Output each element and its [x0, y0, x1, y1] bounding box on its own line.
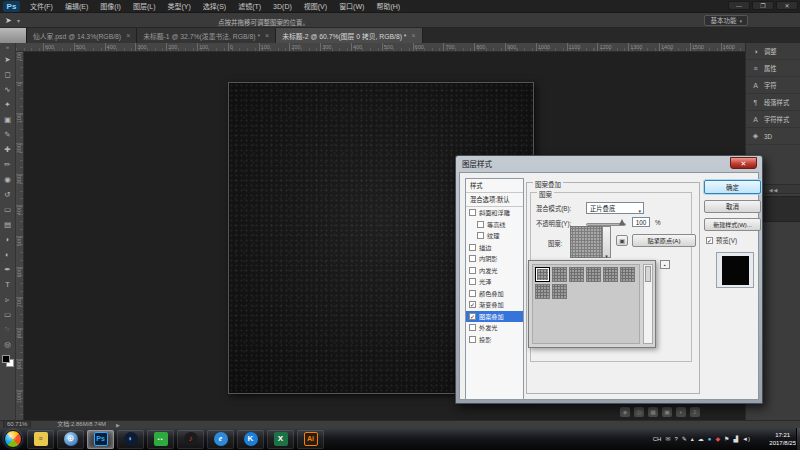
gradient-tool-icon[interactable]: ▤ [0, 217, 16, 232]
move-tool-icon[interactable]: ➤ [5, 16, 12, 25]
taskbar-app-excel[interactable]: X [267, 430, 294, 449]
effect-row-0[interactable]: 斜面和浮雕 [466, 207, 523, 219]
show-desktop-button[interactable] [796, 428, 800, 450]
effect-row-1[interactable]: 等高线 [466, 219, 523, 231]
dock-item-2[interactable]: A字符 [746, 77, 800, 94]
blending-options-item[interactable]: 混合选项:默认 [466, 193, 523, 206]
effect-checkbox[interactable] [469, 209, 476, 216]
styles-header[interactable]: 样式 [466, 179, 523, 192]
effect-checkbox[interactable] [469, 267, 476, 274]
opacity-input[interactable]: 100 [632, 217, 650, 227]
eyedropper-tool-icon[interactable]: ✎ [0, 127, 16, 142]
effect-checkbox[interactable] [469, 244, 476, 251]
crop-tool-icon[interactable]: ▣ [0, 112, 16, 127]
snap-to-origin-button[interactable]: 贴紧原点(A) [632, 234, 696, 247]
effect-checkbox[interactable] [469, 278, 476, 285]
taskbar-app-browser-globe[interactable]: ⊕ [57, 430, 84, 449]
quick-select-tool-icon[interactable]: ✦ [0, 97, 16, 112]
heal-tool-icon[interactable]: ✚ [0, 142, 16, 157]
opacity-slider-thumb[interactable] [619, 219, 625, 225]
effect-row-2[interactable]: 纹理 [466, 230, 523, 242]
mini-dock-icon-2[interactable]: ▦ [648, 407, 658, 417]
effect-checkbox[interactable]: ✓ [469, 313, 476, 320]
workspace-switcher[interactable]: 基本功能▾ [704, 15, 748, 26]
effect-checkbox[interactable] [469, 290, 476, 297]
effect-checkbox[interactable] [469, 324, 476, 331]
new-pattern-preset-button[interactable]: ▣ [616, 235, 628, 246]
effect-checkbox[interactable]: ✓ [469, 301, 476, 308]
dodge-tool-icon[interactable]: ◐ [0, 247, 16, 262]
blend-mode-select[interactable]: 正片叠底 ▾ [586, 202, 644, 214]
help-icon[interactable]: ? [674, 435, 677, 443]
pattern-picker-arrow-icon[interactable]: ▾ [602, 226, 611, 258]
effect-row-11[interactable]: 投影 [466, 334, 523, 346]
dock-item-4[interactable]: A字符样式 [746, 111, 800, 128]
effect-checkbox[interactable] [477, 232, 484, 239]
network-icon[interactable]: ▟ [733, 435, 738, 443]
pattern-swatch-5[interactable] [620, 267, 635, 282]
marquee-tool-icon[interactable]: ◻ [0, 67, 16, 82]
menu-item-10[interactable]: 帮助(H) [370, 0, 406, 13]
effect-row-10[interactable]: 外发光 [466, 322, 523, 334]
volume-icon[interactable]: ◄) [742, 435, 750, 443]
tab-close-icon[interactable]: × [126, 32, 130, 39]
move-tool-icon[interactable]: ➤ [0, 52, 16, 67]
menu-item-7[interactable]: 3D(D) [267, 0, 298, 13]
zoom-tool-icon[interactable]: ◎ [0, 337, 16, 352]
effect-row-9[interactable]: ✓图案叠加 [466, 311, 523, 323]
pen-tool-icon[interactable]: ✒ [0, 262, 16, 277]
pattern-swatch-2[interactable] [569, 267, 584, 282]
mail-icon[interactable]: ✉ [665, 435, 670, 443]
pattern-swatch-1[interactable] [552, 267, 567, 282]
foreground-background-colors[interactable] [2, 355, 14, 367]
taskbar-app-media-player[interactable]: ◗ [117, 430, 144, 449]
document-tab-3[interactable]: 未标题-2 @ 60.7%(图层 0 拷贝, RGB/8) *× [276, 28, 422, 43]
tool-preset-dropdown-icon[interactable]: ▾ [17, 17, 20, 24]
flag-icon[interactable]: ⚑ [724, 435, 729, 443]
effect-row-3[interactable]: 描边 [466, 242, 523, 254]
taskbar-app-music-app[interactable]: ♪ [177, 430, 204, 449]
type-tool-icon[interactable]: T [0, 277, 16, 292]
preview-checkbox[interactable]: ✓ [706, 237, 713, 244]
picker-menu-button[interactable]: ▪ [660, 260, 670, 269]
effect-checkbox[interactable] [469, 336, 476, 343]
effect-row-4[interactable]: 内阴影 [466, 253, 523, 265]
blur-tool-icon[interactable]: ◗ [0, 232, 16, 247]
mini-dock-icon-3[interactable]: ▣ [662, 407, 672, 417]
dock-item-5[interactable]: ◈3D [746, 128, 800, 145]
taskbar-app-sticky-notes[interactable]: ≡ [27, 430, 54, 449]
lasso-tool-icon[interactable]: ∿ [0, 82, 16, 97]
effect-row-6[interactable]: 光泽 [466, 276, 523, 288]
eraser-tool-icon[interactable]: ▭ [0, 202, 16, 217]
menu-item-6[interactable]: 滤镜(T) [232, 0, 267, 13]
taskbar-app-wechat[interactable]: •• [147, 430, 174, 449]
mini-dock-icon-1[interactable]: ◎ [634, 407, 644, 417]
cancel-button[interactable]: 取消 [704, 200, 761, 213]
picker-scrollbar-thumb[interactable] [645, 266, 651, 282]
new-style-button[interactable]: 新建样式(W)... [704, 218, 761, 231]
pen-icon[interactable]: ✎ [682, 435, 687, 443]
up-arrow-icon[interactable]: ▴ [691, 435, 694, 443]
restore-button[interactable]: ❐ [752, 1, 774, 10]
close-button[interactable]: ✕ [776, 1, 798, 10]
app-red-icon[interactable]: ◆ [715, 435, 720, 443]
status-expand-icon[interactable]: ▶ [116, 422, 120, 428]
taskbar-clock[interactable]: 17:21 2017/8/25 [769, 431, 796, 447]
effect-checkbox[interactable] [477, 221, 484, 228]
tab-close-icon[interactable]: × [265, 32, 269, 39]
dock-item-3[interactable]: ¶段落样式 [746, 94, 800, 111]
dialog-close-button[interactable]: ✕ [730, 157, 757, 169]
pattern-thumbnail[interactable] [570, 226, 602, 258]
effect-checkbox[interactable] [469, 255, 476, 262]
shape-tool-icon[interactable]: ▭ [0, 307, 16, 322]
menu-item-4[interactable]: 类型(Y) [161, 0, 196, 13]
mini-dock-icon-5[interactable]: ≡ [690, 407, 700, 417]
dialog-title[interactable]: 图层样式 [456, 156, 762, 171]
menu-item-2[interactable]: 图像(I) [94, 0, 127, 13]
picker-scrollbar[interactable] [643, 264, 653, 344]
taskbar-app-k-player[interactable]: K [237, 430, 264, 449]
effect-row-8[interactable]: ✓渐变叠加 [466, 299, 523, 311]
minimize-button[interactable]: — [728, 1, 750, 10]
cloud-icon[interactable]: ☁ [698, 435, 704, 443]
pattern-swatch-6[interactable] [535, 284, 550, 299]
